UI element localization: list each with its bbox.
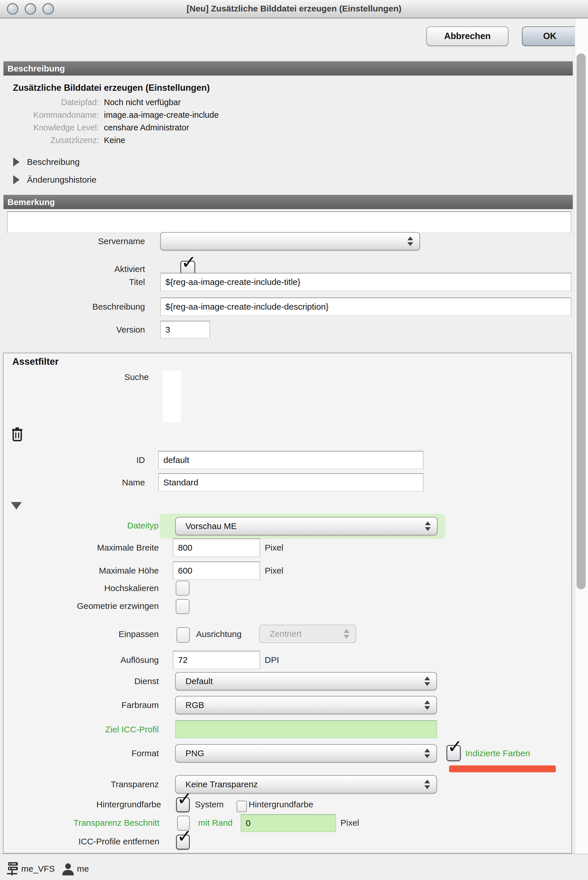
suche-area[interactable] [162,371,181,422]
scrollbar-thumb[interactable] [576,53,586,589]
rand-unit: Pixel [340,818,359,828]
aufloesung-label: Auflösung [0,655,159,665]
hintergrundfarbe-custom-checkbox[interactable] [237,801,247,812]
section-header-beschreibung: Beschreibung [3,61,573,75]
window-titlebar: [Neu] Zusätzliche Bilddatei erzeugen (Ei… [0,0,588,18]
geometrie-checkbox[interactable] [176,599,189,614]
titel-input[interactable] [160,273,572,291]
max-breite-label: Maximale Breite [0,543,159,553]
hochskalieren-checkbox[interactable] [176,581,189,596]
cancel-button[interactable]: Abbrechen [426,26,508,46]
indizierte-farben-label: Indizierte Farben [465,748,530,758]
traffic-light-minimize[interactable] [25,3,36,15]
statusbar-server-name: me_VFS [21,864,55,874]
disclosure-expanded-icon[interactable] [11,502,22,509]
traffic-light-close[interactable] [7,3,18,15]
info-label: Knowledge Level: [0,123,99,132]
statusbar-divider [0,854,588,854]
transparenz-value: Keine Transparenz [186,779,258,789]
disclosure-beschreibung[interactable]: Beschreibung [27,157,80,167]
system-label: System [195,800,224,809]
dienst-value: Default [186,676,213,686]
format-label: Format [0,748,159,758]
red-underline-annotation [449,765,556,772]
version-input[interactable] [160,321,210,339]
hintergrundfarbe-label: Hintergrundfarbe [0,800,161,809]
titel-label: Titel [0,277,145,287]
indizierte-farben-checkbox[interactable]: ✓ [447,745,461,761]
dienst-select[interactable]: Default [175,672,437,691]
checkmark-icon: ✓ [177,827,192,845]
version-label: Version [0,325,145,335]
ausrichtung-select: Zentriert [259,625,356,643]
farbraum-select[interactable]: RGB [175,696,437,714]
user-icon [62,862,75,877]
icc-entfernen-checkbox[interactable]: ✓ [176,835,190,850]
disclosure-triangle-icon[interactable] [13,175,20,185]
id-label: ID [0,455,145,465]
hochskalieren-label: Hochskalieren [0,583,159,593]
servername-label: Servername [0,236,145,246]
max-breite-unit: Pixel [265,543,284,553]
ziel-icc-label: Ziel ICC-Profil [0,725,159,734]
max-breite-input[interactable] [173,539,260,557]
einpassen-checkbox[interactable] [177,627,190,643]
icc-entfernen-label: ICC-Profile entfernen [0,836,159,846]
dateityp-value: Vorschau ME [186,521,237,531]
dienst-label: Dienst [0,676,159,686]
aufloesung-unit: DPI [265,655,279,665]
mit-rand-label: mit Rand [198,818,232,828]
info-label: Kommandoname: [0,110,99,120]
checkmark-icon: ✓ [181,253,196,272]
section-header-bemerkung: Bemerkung [3,195,573,209]
info-value: Noch nicht verfügbar [104,98,181,107]
checkmark-icon: ✓ [447,737,463,755]
transparenz-beschnitt-label: Transparenz Beschnitt [0,818,159,828]
geometrie-label: Geometrie erzwingen [0,601,159,611]
ausrichtung-value: Zentriert [270,629,302,639]
suche-label: Suche [0,372,149,382]
max-hoehe-input[interactable] [173,562,260,580]
window-title: [Neu] Zusätzliche Bilddatei erzeugen (Ei… [0,0,588,17]
hintergrundfarbe-system-checkbox[interactable]: ✓ [176,797,190,812]
info-label: Zusatzlizenz: [0,135,99,145]
statusbar-user-name: me [77,864,89,874]
farbraum-value: RGB [186,700,204,710]
ziel-icc-input[interactable] [175,720,437,738]
checkmark-icon: ✓ [177,790,192,808]
info-value: censhare Administrator [104,123,189,132]
disclosure-triangle-icon[interactable] [13,158,20,167]
trash-icon[interactable] [12,427,23,443]
disclosure-aenderungshistorie[interactable]: Änderungshistorie [27,175,96,185]
beschreibung-input[interactable] [160,297,572,316]
rand-input[interactable] [241,814,336,832]
transparenz-label: Transparenz [0,779,159,789]
aufloesung-input[interactable] [173,651,260,669]
hintergrundfarbe-custom-label: Hintergrundfarbe [249,800,313,809]
format-select[interactable]: PNG [175,744,437,763]
dateityp-select[interactable]: Vorschau ME [175,517,438,535]
server-icon [6,862,18,878]
info-value: image.aa-image-create-include [104,110,219,120]
command-title: Zusätzliche Bilddatei erzeugen (Einstell… [13,83,210,93]
servername-select[interactable] [160,232,420,251]
format-value: PNG [186,748,204,758]
einpassen-label: Einpassen [0,629,159,639]
name-label: Name [0,478,145,487]
comment-input[interactable] [7,212,572,233]
stepper-arrows-icon [425,521,430,531]
name-input[interactable] [158,473,423,492]
traffic-light-zoom[interactable] [42,3,54,15]
stepper-arrows-icon [424,677,430,686]
ok-button[interactable]: OK [522,26,578,46]
farbraum-label: Farbraum [0,700,159,710]
stepper-arrows-icon [424,780,430,789]
id-input[interactable] [158,451,423,469]
stepper-arrows-icon [407,237,413,246]
max-hoehe-unit: Pixel [265,566,284,575]
dateityp-label: Dateityp [0,521,159,530]
stepper-arrows-icon [344,629,350,639]
info-label: Dateipfad: [0,98,99,107]
aktiviert-label: Aktiviert [0,264,145,274]
transparenz-select[interactable]: Keine Transparenz [175,775,437,794]
